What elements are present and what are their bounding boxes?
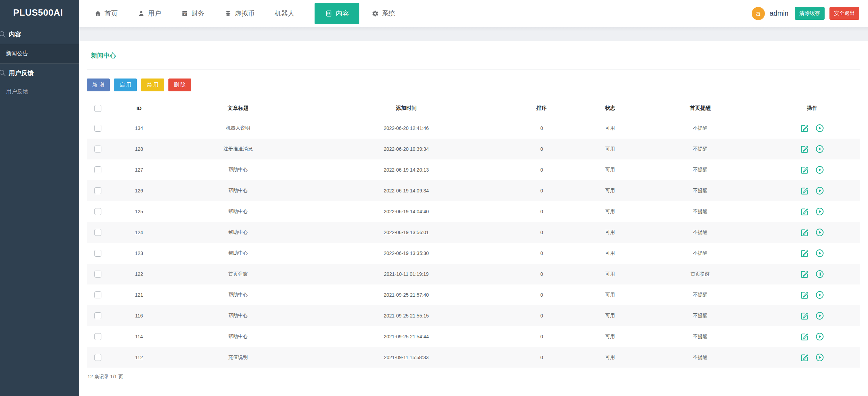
sidebar-item-news-announcements[interactable]: 新闻公告 bbox=[0, 44, 79, 64]
edit-button[interactable] bbox=[800, 290, 809, 299]
add-button[interactable]: 新 增 bbox=[87, 79, 110, 91]
row-checkbox[interactable] bbox=[94, 291, 101, 298]
edit-button[interactable] bbox=[800, 311, 809, 320]
sidebar-item-user-feedback[interactable]: 用户反馈 bbox=[0, 82, 79, 101]
edit-button[interactable] bbox=[800, 353, 809, 362]
disable-toggle-play-button[interactable] bbox=[815, 332, 824, 341]
edit-button[interactable] bbox=[800, 332, 809, 341]
nav-item-robot[interactable]: 机器人 bbox=[275, 9, 294, 18]
column-header-status: 状态 bbox=[583, 99, 637, 118]
row-checkbox[interactable] bbox=[94, 146, 101, 152]
disable-toggle-pause-button[interactable] bbox=[815, 270, 824, 279]
nav-item-users[interactable]: 用户 bbox=[138, 9, 161, 18]
nav-item-home[interactable]: 首页 bbox=[94, 9, 118, 18]
disable-toggle-play-button[interactable] bbox=[815, 124, 824, 133]
row-checkbox[interactable] bbox=[94, 208, 101, 215]
edit-button[interactable] bbox=[800, 270, 809, 279]
content-top-spacer bbox=[79, 27, 868, 41]
disable-toggle-play-button[interactable] bbox=[815, 249, 824, 258]
disable-toggle-play-button[interactable] bbox=[815, 145, 824, 154]
select-all-checkbox[interactable] bbox=[94, 105, 101, 112]
row-checkbox[interactable] bbox=[94, 333, 101, 340]
row-status: 可用 bbox=[583, 118, 637, 139]
play-icon bbox=[815, 145, 824, 154]
edit-button[interactable] bbox=[800, 249, 809, 258]
nav-item-content[interactable]: 内容 bbox=[315, 3, 359, 24]
avatar[interactable]: a bbox=[752, 7, 765, 20]
row-status: 可用 bbox=[583, 201, 637, 222]
sidebar-section-user-feedback[interactable]: 用户反馈 bbox=[0, 64, 79, 82]
row-id: 125 bbox=[115, 201, 163, 222]
row-added-time: 2021-09-25 21:54:44 bbox=[313, 326, 500, 347]
finance-icon: ¥ bbox=[181, 10, 188, 17]
edit-icon bbox=[800, 353, 809, 362]
row-status: 可用 bbox=[583, 326, 637, 347]
edit-button[interactable] bbox=[800, 165, 809, 174]
row-checkbox[interactable] bbox=[94, 271, 101, 278]
disable-toggle-play-button[interactable] bbox=[815, 165, 824, 174]
disable-toggle-play-button[interactable] bbox=[815, 228, 824, 237]
sidebar-section-label: 用户反馈 bbox=[9, 69, 34, 77]
row-sort: 0 bbox=[500, 347, 584, 368]
row-home-reminder: 不提醒 bbox=[637, 326, 763, 347]
username-label: admin bbox=[770, 9, 788, 17]
disable-button[interactable]: 禁 用 bbox=[141, 79, 164, 91]
play-icon bbox=[815, 165, 824, 174]
enable-button[interactable]: 启 用 bbox=[114, 79, 137, 91]
disable-toggle-play-button[interactable] bbox=[815, 207, 824, 216]
column-header-reminder: 首页提醒 bbox=[637, 99, 763, 118]
row-checkbox[interactable] bbox=[94, 229, 101, 236]
edit-icon bbox=[800, 290, 809, 299]
disable-toggle-play-button[interactable] bbox=[815, 353, 824, 362]
edit-button[interactable] bbox=[800, 124, 809, 133]
top-nav-items: 首页 用户 ¥ 财务 bbox=[94, 0, 415, 27]
table-row: 121 帮助中心 2021-09-25 21:57:40 0 可用 不提醒 bbox=[87, 284, 860, 305]
edit-icon bbox=[800, 311, 809, 320]
row-checkbox[interactable] bbox=[94, 187, 101, 194]
disable-toggle-play-button[interactable] bbox=[815, 186, 824, 195]
app-logo[interactable]: PLUS500AI bbox=[0, 0, 79, 25]
edit-icon bbox=[800, 145, 809, 154]
row-checkbox[interactable] bbox=[94, 312, 101, 319]
disable-toggle-play-button[interactable] bbox=[815, 290, 824, 299]
logout-button[interactable]: 安全退出 bbox=[829, 7, 859, 20]
disable-toggle-play-button[interactable] bbox=[815, 311, 824, 320]
row-status: 可用 bbox=[583, 139, 637, 159]
nav-item-system[interactable]: 系统 bbox=[372, 9, 395, 18]
row-checkbox[interactable] bbox=[94, 125, 101, 132]
row-id: 116 bbox=[115, 305, 163, 326]
nav-item-crypto[interactable]: 虚拟币 bbox=[225, 9, 254, 18]
edit-button[interactable] bbox=[800, 186, 809, 195]
svg-text:¥: ¥ bbox=[184, 13, 186, 16]
nav-item-finance[interactable]: ¥ 财务 bbox=[181, 9, 205, 18]
row-id: 123 bbox=[115, 243, 163, 264]
table-row: 123 帮助中心 2022-06-19 13:35:30 0 可用 不提醒 bbox=[87, 243, 860, 264]
clear-cache-button[interactable]: 清除缓存 bbox=[795, 7, 825, 20]
row-checkbox[interactable] bbox=[94, 250, 101, 257]
pause-icon bbox=[815, 270, 824, 279]
page-title: 新闻中心 bbox=[91, 41, 860, 60]
row-home-reminder: 不提醒 bbox=[637, 284, 763, 305]
play-icon bbox=[815, 207, 824, 216]
home-icon bbox=[94, 10, 101, 17]
table-row: 114 帮助中心 2021-09-25 21:54:44 0 可用 不提醒 bbox=[87, 326, 860, 347]
sidebar-section-content[interactable]: 内容 bbox=[0, 25, 79, 44]
edit-button[interactable] bbox=[800, 228, 809, 237]
delete-button[interactable]: 删 除 bbox=[168, 79, 191, 91]
row-checkbox[interactable] bbox=[94, 354, 101, 361]
row-id: 112 bbox=[115, 347, 163, 368]
edit-button[interactable] bbox=[800, 207, 809, 216]
app-window: PLUS500AI 内容 新闻公告 用户反馈 用户反馈 bbox=[0, 0, 868, 396]
content-panel: 新闻中心 新 增 启 用 禁 用 删 除 ID 文章标题 bbox=[79, 41, 868, 396]
row-checkbox[interactable] bbox=[94, 166, 101, 173]
edit-icon bbox=[800, 228, 809, 237]
record-count: 12 条记录 1/1 页 bbox=[87, 374, 860, 390]
row-added-time: 2021-10-11 01:19:19 bbox=[313, 264, 500, 284]
table-row: 124 帮助中心 2022-06-19 13:56:01 0 可用 不提醒 bbox=[87, 222, 860, 243]
content-icon bbox=[325, 10, 333, 17]
edit-icon bbox=[800, 124, 809, 133]
row-home-reminder: 不提醒 bbox=[637, 118, 763, 139]
row-status: 可用 bbox=[583, 284, 637, 305]
edit-button[interactable] bbox=[800, 145, 809, 154]
play-icon bbox=[815, 353, 824, 362]
